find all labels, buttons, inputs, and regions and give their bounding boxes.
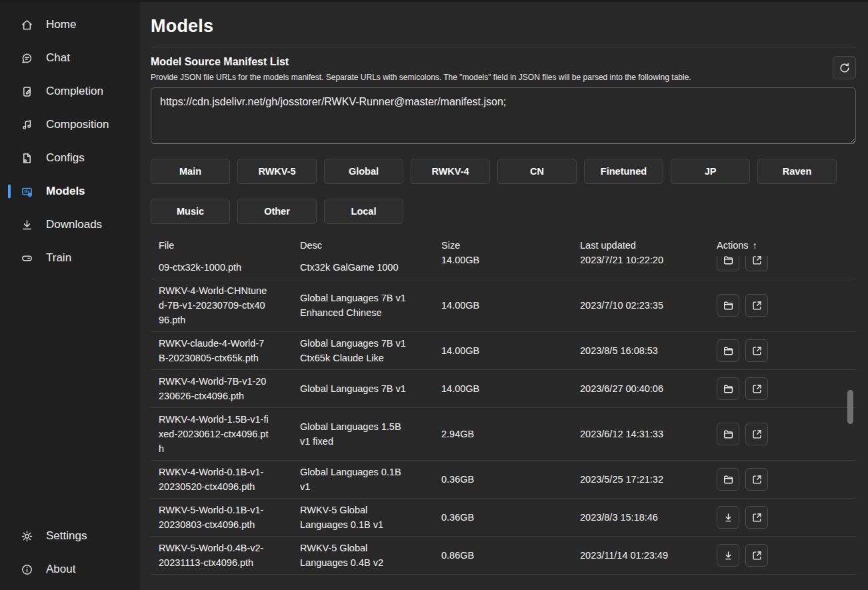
sidebar-item-about[interactable]: About [0, 553, 140, 586]
page-title: Models [151, 16, 856, 37]
sidebar-footer-nav: SettingsAbout [0, 519, 140, 586]
filter-button-global[interactable]: Global [324, 159, 403, 184]
cell-desc: Global Languages 0.1B v1 [300, 465, 441, 494]
sidebar-item-train[interactable]: Train [0, 241, 140, 275]
filter-button-finetuned[interactable]: Finetuned [584, 159, 663, 184]
filter-button-raven[interactable]: Raven [757, 159, 837, 184]
sidebar-item-completion[interactable]: Completion [0, 75, 140, 108]
sidebar-item-label: Downloads [46, 218, 102, 231]
manifest-description: Provide JSON file URLs for the models ma… [151, 73, 691, 82]
open-link-icon [751, 256, 763, 267]
cell-file: RWKV-4-World-0.1B-v1-20230520-ctx4096.pt… [159, 465, 300, 494]
open-link-button[interactable] [745, 506, 768, 529]
filter-button-jp[interactable]: JP [671, 159, 750, 184]
open-folder-icon [722, 299, 735, 312]
open-link-button[interactable] [745, 256, 768, 271]
filter-button-main[interactable]: Main [151, 159, 230, 184]
column-header-last-updated[interactable]: Last updated [580, 240, 717, 251]
open-folder-button[interactable] [717, 468, 739, 491]
open-folder-icon [722, 383, 735, 395]
sidebar-item-label: Home [46, 18, 76, 31]
cell-file: RWKV-claude-4-World-7B-20230805-ctx65k.p… [159, 336, 300, 365]
filter-button-cn[interactable]: CN [497, 159, 577, 184]
open-link-icon [751, 473, 763, 486]
manifest-section-title: Model Source Manifest List [151, 56, 691, 68]
sidebar-item-home[interactable]: Home [0, 8, 140, 41]
cell-actions [717, 423, 848, 445]
open-folder-button[interactable] [717, 294, 739, 317]
open-link-icon [751, 549, 763, 562]
cell-actions [717, 468, 848, 491]
filter-button-rwkv-4[interactable]: RWKV-4 [411, 159, 490, 184]
filter-button-music[interactable]: Music [151, 199, 230, 224]
cell-size: 0.36GB [441, 510, 580, 525]
open-folder-button[interactable] [717, 377, 739, 400]
cell-last-updated: 2023/8/5 16:08:53 [580, 343, 717, 358]
cell-desc: RWKV-5 Global Languages 0.4B v2 [300, 541, 441, 570]
manifest-heading-block: Model Source Manifest List Provide JSON … [151, 56, 691, 82]
settings-icon [20, 529, 34, 543]
cell-last-updated: 2023/6/12 14:31:33 [580, 427, 717, 441]
sidebar-item-label: Train [46, 251, 71, 265]
filter-button-row-2: MusicOtherLocal [151, 199, 856, 224]
sidebar-item-label: Models [46, 185, 85, 198]
cell-last-updated: 2023/7/21 10:22:20 [580, 256, 717, 267]
open-folder-icon [722, 345, 735, 357]
sidebar-item-composition[interactable]: Composition [0, 108, 140, 141]
download-icon [722, 511, 735, 524]
table-row: RWKV-claude-4-World-7B-20230805-ctx65k.p… [151, 332, 856, 370]
cell-file: RWKV-4-World-7B-v1-20230626-ctx4096.pth [159, 374, 300, 403]
filter-button-rwkv-5[interactable]: RWKV-5 [237, 159, 317, 184]
sidebar-item-label: Completion [46, 85, 103, 98]
cell-file: RWKV-4-World-1.5B-v1-fixed-20230612-ctx4… [159, 412, 300, 456]
download-button[interactable] [717, 544, 739, 567]
sidebar-item-chat[interactable]: Chat [0, 41, 140, 75]
open-link-icon [751, 428, 763, 441]
filter-button-other[interactable]: Other [237, 199, 317, 224]
cell-size: 14.00GB [441, 381, 580, 396]
sidebar-item-label: Composition [46, 118, 109, 131]
open-link-icon [751, 299, 763, 312]
cell-desc: Enhanced Chinese Ctx32k GalGame 1000 [300, 256, 441, 275]
downloads-icon [20, 218, 34, 232]
sidebar-item-configs[interactable]: Configs [0, 141, 140, 175]
manifest-section-header: Model Source Manifest List Provide JSON … [151, 56, 856, 82]
table-header-row: FileDescSizeLast updatedActions↑ [151, 234, 856, 256]
sidebar-item-label: About [46, 563, 75, 576]
open-link-icon [751, 383, 763, 395]
open-link-icon [751, 511, 763, 524]
cell-actions [717, 294, 848, 317]
open-folder-icon [722, 473, 735, 486]
open-folder-button[interactable] [717, 256, 739, 271]
open-link-button[interactable] [745, 468, 768, 491]
sidebar-item-settings[interactable]: Settings [0, 519, 140, 553]
filter-button-local[interactable]: Local [324, 199, 403, 224]
sidebar-item-models[interactable]: Models [0, 175, 140, 208]
cell-last-updated: 2023/8/3 15:18:46 [580, 510, 717, 525]
refresh-icon [838, 61, 851, 75]
open-link-button[interactable] [745, 294, 768, 317]
table-row: RWKV-4-World-1.5B-v1-fixed-20230612-ctx4… [151, 408, 856, 461]
table-row: RWKV-5-World-0.4B-v2-20231113-ctx4096.pt… [151, 537, 856, 575]
open-link-icon [751, 345, 763, 357]
open-folder-button[interactable] [717, 339, 739, 362]
open-folder-button[interactable] [717, 423, 739, 445]
open-link-button[interactable] [745, 423, 768, 445]
column-header-desc[interactable]: Desc [300, 240, 441, 251]
table-scrollbar-thumb[interactable] [847, 390, 853, 424]
open-link-button[interactable] [745, 339, 768, 362]
column-header-size[interactable]: Size [441, 240, 580, 251]
cell-file: CHNtuned-7B-v1-20230709-ctx32k-1000.pth [159, 256, 300, 275]
column-header-actions[interactable]: Actions↑ [717, 240, 848, 251]
completion-icon [20, 85, 34, 99]
download-icon [722, 549, 735, 562]
table-row: RWKV-4-World-0.1B-v1-20230520-ctx4096.pt… [151, 461, 856, 499]
selected-indicator [8, 185, 11, 199]
sidebar-item-downloads[interactable]: Downloads [0, 208, 140, 241]
column-header-file[interactable]: File [159, 240, 300, 251]
download-button[interactable] [717, 506, 739, 529]
manifest-url-input[interactable]: https://cdn.jsdelivr.net/gh/josstorer/RW… [151, 87, 856, 144]
open-link-button[interactable] [745, 544, 768, 567]
refresh-manifest-button[interactable] [833, 56, 856, 79]
open-link-button[interactable] [745, 377, 768, 400]
